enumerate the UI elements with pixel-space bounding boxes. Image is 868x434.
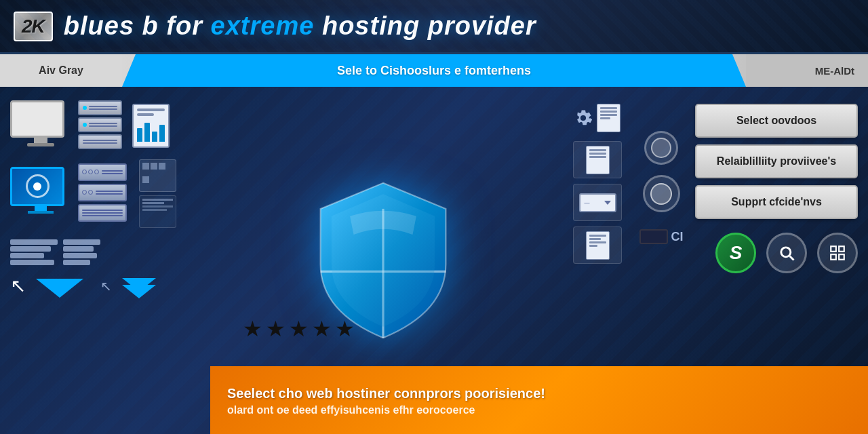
server-line [82, 215, 123, 216]
server-line [96, 193, 123, 195]
server-line [89, 125, 117, 127]
star-5: ★ [335, 316, 355, 342]
dropdown-selector[interactable]: — [579, 193, 616, 212]
server-line [83, 142, 117, 144]
device-row-1 [10, 100, 193, 151]
label-line [63, 260, 90, 265]
server-line [89, 108, 117, 110]
gear-doc-row [573, 104, 627, 132]
paper-line [137, 108, 165, 111]
blue-logo-circle [26, 174, 50, 198]
header: 2K blues b for extreme hosting provider [0, 0, 868, 54]
circle-inner-1 [651, 138, 671, 158]
document-icon [597, 104, 620, 132]
left-panel: ↖ ↖ [0, 87, 203, 434]
search-icon-button[interactable] [766, 233, 807, 273]
large-server-unit-2 [78, 184, 127, 201]
server-unit-3 [78, 134, 122, 149]
mini-line [142, 202, 164, 204]
star-3: ★ [289, 316, 309, 342]
doc-icon-3 [586, 231, 610, 260]
header-title-suffix: hosting provider [314, 12, 536, 40]
bar [137, 128, 142, 142]
server-unit-1 [78, 100, 122, 115]
bar [144, 123, 150, 142]
monitor-icon [10, 100, 71, 151]
arrow-stack-2 [122, 278, 156, 295]
doc-line [600, 117, 610, 119]
header-title-prefix: blues b for [64, 12, 211, 40]
ci-toggle-control[interactable] [639, 229, 668, 244]
chart-icon [132, 104, 170, 148]
server-line [96, 191, 123, 192]
select-options-button[interactable]: Select oovdoos [695, 104, 858, 138]
label-block-2 [63, 239, 100, 265]
doc-line [589, 149, 606, 151]
circle-button-2[interactable] [643, 175, 680, 212]
ci-status-area: CI [639, 229, 684, 244]
banner-subtitle: olard ont oe deed effyisuhcenis efhr eor… [227, 404, 851, 416]
arrow-stack-1 [36, 279, 83, 294]
text-labels [10, 239, 193, 265]
grid-svg [829, 244, 846, 262]
circle-inner-2 [650, 183, 672, 205]
cursor-arrow-right: ↖ [100, 278, 112, 294]
dropdown-arrow-icon [604, 201, 611, 205]
large-server-unit-1 [78, 163, 127, 181]
dropdown-card-2[interactable]: — [573, 184, 622, 221]
server-lines [82, 210, 123, 216]
dropdown-card-3[interactable] [573, 226, 622, 264]
large-server-unit-3 [78, 204, 127, 222]
server-lines [102, 170, 123, 174]
bar [159, 125, 165, 142]
server-circle [88, 170, 93, 174]
logo-badge: 2K [14, 12, 53, 41]
doc-line [589, 245, 598, 247]
grid-cell [151, 163, 157, 170]
label-line [10, 239, 58, 245]
svg-rect-6 [831, 254, 836, 260]
server-line [82, 210, 123, 211]
cursor-arrow-left: ↖ [10, 277, 26, 296]
label-block-1 [10, 239, 58, 265]
doc-line [589, 235, 606, 237]
label-line [10, 253, 44, 258]
svg-rect-5 [839, 246, 844, 252]
support-button[interactable]: Supprt cfcide'nvs [695, 185, 858, 219]
server-unit-2 [78, 117, 122, 132]
large-arrow-down [36, 279, 83, 298]
mini-line [142, 199, 173, 201]
server-circles [82, 190, 93, 195]
bar [152, 132, 157, 142]
s-brand-icon[interactable]: S [715, 233, 756, 273]
blue-screen [10, 167, 64, 206]
nav-center-label[interactable]: Sele to Cishooslurs e fomterhens [122, 54, 746, 87]
nav-left-label[interactable]: Aiv Gray [0, 54, 122, 87]
server-line [89, 106, 117, 107]
grid-icon-button[interactable] [817, 233, 858, 273]
mini-grid-icon [139, 159, 176, 192]
reliability-button[interactable]: Relaiblilliity proviivee's [695, 144, 858, 178]
doc-line [600, 114, 617, 116]
label-line [10, 260, 54, 265]
server-circle [82, 190, 87, 195]
dropdown-card-1[interactable] [573, 141, 622, 178]
grid-cell [142, 163, 149, 170]
server-circles [82, 170, 99, 174]
server-lines [89, 106, 117, 110]
doc-line [600, 111, 617, 113]
grid-cell [142, 176, 149, 183]
gear-svg [574, 108, 593, 127]
circle-button-1[interactable] [644, 131, 678, 165]
server-lines [89, 123, 117, 127]
doc-line [600, 107, 617, 109]
blue-base [28, 211, 54, 214]
paper-line [137, 113, 154, 116]
doc-line [589, 156, 606, 158]
mini-line [142, 205, 173, 208]
arrows-row: ↖ ↖ [10, 273, 193, 299]
bar-chart [137, 121, 165, 142]
svg-point-2 [781, 248, 791, 257]
medium-arrow-down-2 [122, 285, 156, 298]
server-line [89, 123, 117, 124]
